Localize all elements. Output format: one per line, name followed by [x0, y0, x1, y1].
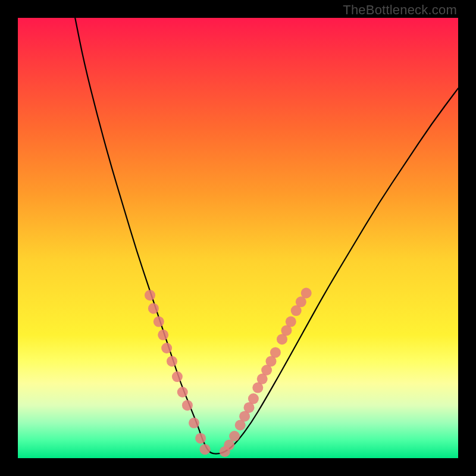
plot-area — [18, 18, 458, 458]
highlight-dot — [154, 317, 164, 327]
curve-layer — [18, 18, 458, 458]
bottleneck-curve — [75, 18, 458, 454]
highlight-dot — [167, 356, 177, 367]
highlight-dot — [172, 371, 183, 382]
highlight-dot — [229, 431, 240, 441]
highlight-dot — [189, 418, 199, 428]
highlight-dot — [200, 444, 211, 455]
highlight-dot — [161, 343, 172, 353]
highlight-dot — [182, 400, 193, 411]
highlight-dot — [148, 303, 159, 314]
highlight-dot — [177, 387, 188, 397]
watermark-text: TheBottleneck.com — [343, 2, 457, 18]
chart-frame: TheBottleneck.com — [0, 0, 476, 476]
highlight-dot — [286, 317, 296, 327]
highlight-dot — [301, 288, 312, 299]
highlight-dot — [270, 347, 281, 358]
highlight-dot — [248, 393, 259, 404]
highlight-dot — [145, 290, 155, 300]
highlight-dot — [195, 433, 206, 444]
highlight-dot — [158, 330, 168, 340]
